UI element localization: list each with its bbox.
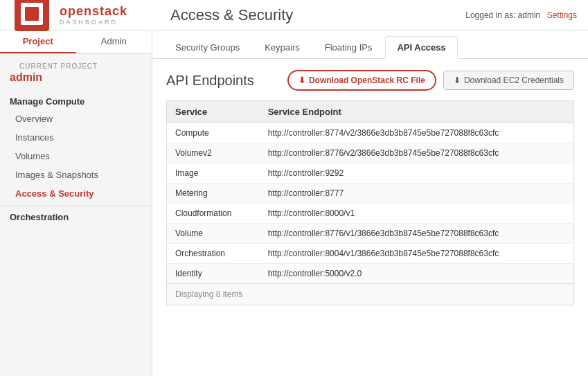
download-ec2-icon: ⬇	[454, 75, 461, 85]
tabs-bar: Security Groups Keypairs Floating IPs AP…	[152, 30, 588, 59]
sidebar-item-images-snapshots[interactable]: Images & Snapshots	[0, 165, 152, 184]
cell-service: Volumev2	[167, 143, 260, 163]
col-header-endpoint: Service Endpoint	[260, 101, 574, 123]
cell-service: Compute	[167, 123, 260, 143]
download-icon: ⬇	[299, 75, 305, 85]
tab-floating-ips[interactable]: Floating IPs	[313, 36, 384, 58]
svg-rect-2	[25, 7, 39, 21]
current-project-label: CURRENT PROJECT	[10, 57, 142, 71]
cell-service: Volume	[167, 224, 260, 244]
main-layout: Project Admin CURRENT PROJECT admin Mana…	[0, 30, 588, 376]
table-row: Meteringhttp://controller:8777	[167, 183, 574, 204]
table-row: Imagehttp://controller:9292	[167, 163, 574, 183]
logo-openstack-text: openstack	[60, 4, 127, 19]
header-right: Logged in as: admin Settings	[465, 10, 577, 20]
page-content: API Endpoints ⬇ Download OpenStack RC Fi…	[152, 59, 588, 376]
col-header-service: Service	[167, 101, 260, 123]
current-project-name: admin	[10, 71, 142, 84]
cell-service: Orchestration	[167, 244, 260, 264]
openstack-logo	[11, 0, 53, 35]
orchestration-title: Orchestration	[0, 206, 152, 225]
table-row: Cloudformationhttp://controller:8000/v1	[167, 204, 574, 224]
logged-in-label: Logged in as: admin	[465, 10, 540, 20]
sidebar-project: CURRENT PROJECT admin	[0, 54, 152, 91]
api-endpoints-table: Service Service Endpoint Computehttp://c…	[166, 100, 574, 284]
tab-api-access[interactable]: API Access	[385, 36, 457, 59]
tab-security-groups[interactable]: Security Groups	[163, 36, 251, 58]
manage-compute-title: Manage Compute	[0, 91, 152, 109]
cell-endpoint: http://controller:8777	[260, 183, 574, 204]
content-area: Security Groups Keypairs Floating IPs AP…	[152, 30, 588, 376]
cell-service: Cloudformation	[167, 204, 260, 224]
sidebar: Project Admin CURRENT PROJECT admin Mana…	[0, 30, 152, 376]
download-ec2-button[interactable]: ⬇ Download EC2 Credentials	[443, 71, 574, 90]
top-header: openstack DASHBOARD Access & Security Lo…	[0, 0, 588, 30]
cell-endpoint: http://controller:8776/v2/3866e3db3b8745…	[260, 143, 574, 163]
cell-endpoint: http://controller:5000/v2.0	[260, 264, 574, 284]
sidebar-item-access-security[interactable]: Access & Security	[0, 184, 152, 203]
sidebar-item-volumes[interactable]: Volumes	[0, 147, 152, 165]
cell-endpoint: http://controller:9292	[260, 163, 574, 183]
settings-link[interactable]: Settings	[547, 10, 577, 20]
tab-keypairs[interactable]: Keypairs	[253, 36, 312, 58]
table-footer: Displaying 8 items	[166, 284, 574, 305]
logo-dashboard-text: DASHBOARD	[60, 19, 127, 26]
sidebar-tab-admin[interactable]: Admin	[76, 30, 152, 53]
table-row: Volumehttp://controller:8776/v1/3866e3db…	[167, 224, 574, 244]
table-row: Identityhttp://controller:5000/v2.0	[167, 264, 574, 284]
table-row: Computehttp://controller:8774/v2/3866e3d…	[167, 123, 574, 143]
cell-endpoint: http://controller:8004/v1/3866e3db3b8745…	[260, 244, 574, 264]
table-row: Orchestrationhttp://controller:8004/v1/3…	[167, 244, 574, 264]
cell-endpoint: http://controller:8776/v1/3866e3db3b8745…	[260, 224, 574, 244]
cell-service: Metering	[167, 183, 260, 204]
table-row: Volumev2http://controller:8776/v2/3866e3…	[167, 143, 574, 163]
sidebar-item-overview[interactable]: Overview	[0, 109, 152, 128]
download-openstack-rc-button[interactable]: ⬇ Download OpenStack RC File	[287, 70, 436, 91]
page-actions-row: API Endpoints ⬇ Download OpenStack RC Fi…	[166, 70, 574, 91]
cell-endpoint: http://controller:8000/v1	[260, 204, 574, 224]
sidebar-item-instances[interactable]: Instances	[0, 128, 152, 147]
page-title: API Endpoints	[166, 73, 280, 89]
cell-service: Image	[167, 163, 260, 183]
cell-endpoint: http://controller:8774/v2/3866e3db3b8745…	[260, 123, 574, 143]
page-main-title: Access & Security	[163, 6, 465, 24]
cell-service: Identity	[167, 264, 260, 284]
